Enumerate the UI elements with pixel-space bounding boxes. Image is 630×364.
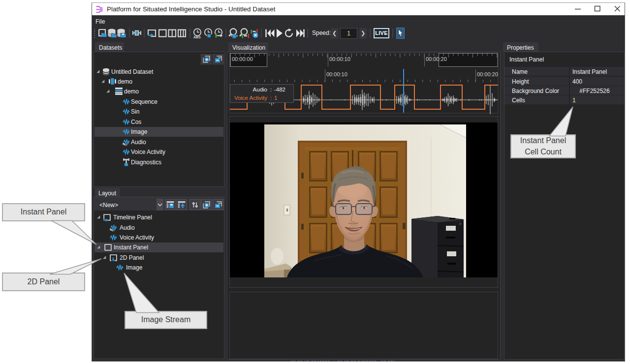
svg-text:00:00:10: 00:00:10 xyxy=(326,71,347,77)
svg-text:ABS: ABS xyxy=(193,35,201,39)
svg-text:00:00:00: 00:00:00 xyxy=(232,56,253,62)
svg-text::: : xyxy=(270,95,272,101)
svg-text:00:00:10: 00:00:10 xyxy=(329,56,350,62)
svg-text:Audio: Audio xyxy=(253,87,267,92)
svg-text:Voice Activity: Voice Activity xyxy=(234,95,267,101)
svg-text:00:00:20: 00:00:20 xyxy=(426,56,447,62)
svg-text::: : xyxy=(270,87,272,92)
svg-text:1: 1 xyxy=(274,95,277,101)
svg-text:-482: -482 xyxy=(274,87,285,92)
svg-text:00:00:20: 00:00:20 xyxy=(477,71,498,77)
